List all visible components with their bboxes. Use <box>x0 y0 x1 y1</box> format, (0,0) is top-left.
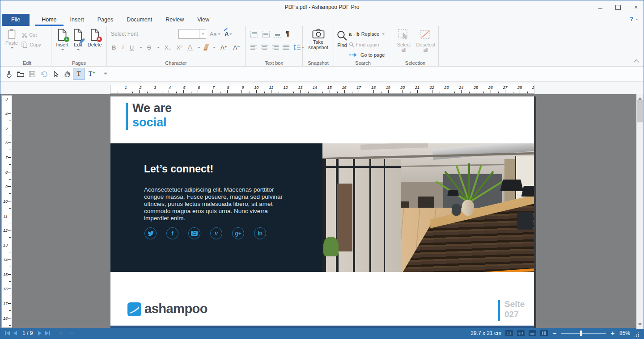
cursor-arrow-icon[interactable] <box>50 68 61 80</box>
resize-grip-icon[interactable] <box>634 332 639 337</box>
search-again-icon <box>349 42 354 47</box>
two-page-view-button[interactable] <box>540 330 548 336</box>
vertical-scrollbar[interactable] <box>636 94 644 329</box>
ruler-unit: 9 <box>2 183 12 198</box>
menu-tab[interactable]: Pages <box>91 14 120 26</box>
fit-page-button[interactable] <box>529 330 536 336</box>
actual-size-button[interactable]: 1:1 <box>505 330 513 336</box>
menu-tab[interactable]: View <box>191 14 216 26</box>
linkedin-icon: in <box>254 227 266 239</box>
cut-button[interactable]: Cut <box>21 30 41 40</box>
deselect-all-button[interactable]: Deselect all <box>414 27 437 60</box>
tap-hand-icon[interactable] <box>3 68 15 80</box>
text-select-icon[interactable]: T <box>73 68 85 80</box>
go-to-page-button[interactable]: Go to page <box>349 50 385 60</box>
scrollbar-thumb[interactable] <box>637 100 643 122</box>
menu-tab[interactable]: Review <box>159 14 191 26</box>
font-size-combo[interactable] <box>178 29 206 39</box>
menu-tab[interactable]: Document <box>120 14 159 26</box>
pdf-page[interactable]: We are social Let’s connect! Aconsectetu… <box>110 96 534 329</box>
zoom-in-button[interactable]: + <box>610 330 615 337</box>
save-icon[interactable] <box>26 68 38 80</box>
select-all-button[interactable]: Select all <box>394 27 414 60</box>
ruler-unit: 28 <box>505 85 520 93</box>
close-button[interactable]: × <box>633 4 639 10</box>
shrink-font-button[interactable]: A⁻ <box>232 44 241 51</box>
zoom-slider[interactable] <box>561 331 606 336</box>
maximize-button[interactable] <box>615 4 621 10</box>
ruler-unit: 13 <box>286 85 301 93</box>
hero-line2: social <box>132 116 167 130</box>
ruler-unit: 29 <box>520 85 534 93</box>
align-right-icon[interactable] <box>272 45 279 50</box>
toolbar-options-icon[interactable] <box>100 68 111 80</box>
ruler-unit: 16 <box>330 85 345 93</box>
ruler-unit: 13 <box>2 242 12 256</box>
undo-icon[interactable] <box>38 68 50 80</box>
paragraph-marks-button[interactable]: ¶ <box>285 30 290 38</box>
pan-hand-icon[interactable] <box>61 68 73 80</box>
page-hero-section: We are social <box>110 96 534 143</box>
find-button[interactable]: Find <box>335 27 349 60</box>
strikethrough-button[interactable]: S <box>146 44 152 51</box>
italic-button[interactable]: I <box>121 44 124 51</box>
ribbon-tab-bar: FileHomeInsertPagesDocumentReviewView <box>0 14 644 26</box>
zoom-out-button[interactable]: − <box>552 330 557 337</box>
grow-font-button[interactable]: A⁺ <box>220 44 229 51</box>
menu-tab[interactable]: Insert <box>64 14 91 26</box>
next-view-button[interactable] <box>68 331 74 335</box>
add-text-icon[interactable]: T+ <box>85 68 96 80</box>
rotate-text-button[interactable]: A <box>224 31 233 37</box>
ruler-unit: 26 <box>476 85 491 93</box>
delete-page-button[interactable]: × Delete <box>87 27 103 60</box>
ruler-unit: 11 <box>2 213 12 227</box>
ruler-unit: 5 <box>2 125 12 139</box>
superscript-button[interactable]: X² <box>176 44 183 51</box>
bold-button[interactable]: B <box>111 44 117 51</box>
ruler-unit: 15 <box>2 271 12 286</box>
chevron-down-icon[interactable] <box>199 29 206 38</box>
ruler-unit: 21 <box>403 85 418 93</box>
replace-icon: a→b <box>349 31 360 37</box>
previous-page-button[interactable] <box>13 331 17 335</box>
align-text-top-icon[interactable] <box>250 31 258 38</box>
find-again-button[interactable]: Find again <box>349 40 385 50</box>
next-page-button[interactable] <box>38 331 42 335</box>
change-case-button[interactable]: Aa <box>209 31 221 38</box>
last-page-button[interactable] <box>45 331 50 335</box>
font-size-input[interactable] <box>179 30 199 38</box>
ruler-unit: 7 <box>2 154 12 169</box>
align-text-middle-icon[interactable] <box>262 31 270 38</box>
fit-width-button[interactable] <box>517 330 525 336</box>
first-page-button[interactable] <box>5 331 10 335</box>
font-color-button[interactable]: A <box>187 44 193 51</box>
ruler-unit: 27 <box>491 85 506 93</box>
align-left-icon[interactable] <box>250 45 257 50</box>
ruler-unit: 4 <box>154 85 169 93</box>
take-snapshot-button[interactable]: Take snapshot <box>305 27 332 60</box>
ruler-unit: 20 <box>389 85 403 93</box>
open-folder-icon[interactable] <box>15 68 26 80</box>
previous-view-button[interactable] <box>58 331 64 335</box>
align-center-icon[interactable] <box>261 45 268 50</box>
menu-tab[interactable]: Home <box>35 14 63 26</box>
justify-icon[interactable] <box>283 45 289 50</box>
replace-button[interactable]: a→b Replace <box>349 29 385 39</box>
align-text-bottom-icon[interactable] <box>274 31 281 38</box>
menu-tab[interactable]: File <box>2 14 30 26</box>
ruler-unit: 15 <box>315 85 330 93</box>
zoom-slider-handle[interactable] <box>580 331 582 336</box>
minimize-button[interactable] <box>597 4 603 10</box>
vertical-ruler: 3456789101112131415161718 <box>1 95 12 328</box>
paste-button[interactable]: Paste <box>4 27 19 60</box>
highlighter-icon[interactable] <box>203 44 209 50</box>
scroll-down-button[interactable] <box>636 322 644 329</box>
window-title: PDFs.pdf - Ashampoo PDF Pro <box>0 0 644 14</box>
google-plus-icon: g+ <box>232 227 244 239</box>
subscript-button[interactable]: X₂ <box>164 44 172 51</box>
insert-page-button[interactable]: + Insert <box>55 27 69 60</box>
copy-button[interactable]: Copy <box>21 40 41 50</box>
help-menu[interactable]: ? <box>630 16 638 22</box>
edit-page-button[interactable]: Edit <box>72 27 84 60</box>
underline-button[interactable]: U <box>129 44 135 51</box>
